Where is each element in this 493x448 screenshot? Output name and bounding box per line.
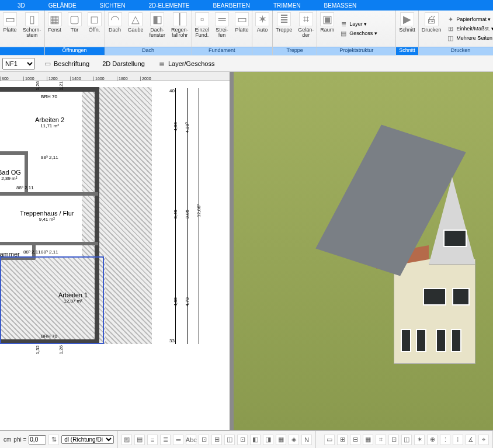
ruler-tick: 800 [0, 77, 23, 81]
tab-2d-darstellung[interactable]: 2D Darstellung [98, 58, 150, 69]
status-tool-r-3[interactable]: ▦ [363, 435, 373, 445]
status-tool-3[interactable]: ≣ [160, 435, 171, 445]
room-label: Arbeiten 211,71 m² [35, 116, 64, 129]
status-tool-13[interactable]: ◈ [289, 435, 299, 445]
tool-icon: ▢ [68, 12, 82, 26]
ribbon-treppe-button[interactable]: ≣Treppe [273, 11, 295, 47]
ribbon-einzel-fund--button[interactable]: ▫EinzelFund. [192, 11, 213, 47]
ribbon-group-label [252, 47, 272, 55]
status-tool-r-4[interactable]: ⌗ [376, 435, 386, 445]
tool-icon: ✶ [255, 12, 269, 26]
tab-layer-geschoss[interactable]: ≣Layer/Geschoss [153, 58, 219, 70]
stepper-icon[interactable]: ⇅ [48, 435, 59, 445]
ribbon-platte-button[interactable]: ▭Platte [232, 11, 252, 47]
door-dim: 88⁵ 2,11 [16, 185, 34, 190]
floorplan-canvas[interactable]: Arbeiten 211,71 m²Bad OG2,89 m²Treppenha… [0, 81, 230, 430]
phi-input[interactable] [29, 435, 46, 444]
ribbon-strei-fen-button[interactable]: ═Strei-fen [212, 11, 232, 47]
menu-trimmen[interactable]: TRIMMEN [273, 2, 301, 9]
status-tool-5[interactable]: Abc [186, 435, 196, 445]
ruler-tick: 1800 [117, 77, 140, 81]
dim-value: 3,85 [185, 210, 190, 219]
status-tool-8[interactable]: ◫ [224, 435, 235, 445]
status-tool-r-11[interactable]: ∡ [466, 435, 476, 445]
ribbon-opt-mehrere-seiten[interactable]: ◫Mehrere Seiten ▾ [444, 33, 493, 43]
status-tool-4[interactable]: ═ [173, 435, 183, 445]
status-tool-r-6[interactable]: ◫ [401, 435, 412, 445]
ribbon--ffn--button[interactable]: ◻Öffn. [85, 11, 105, 47]
status-tool-r-9[interactable]: ⋮ [440, 435, 450, 445]
status-tool-r-12[interactable]: ⌖ [478, 435, 489, 445]
ruler-tick: 1000 [23, 77, 47, 81]
menu-2d-elemente[interactable]: 2D-ELEMENTE [149, 2, 190, 9]
tool-icon: ◠ [108, 12, 122, 26]
status-tool-2[interactable]: ≡ [147, 435, 158, 445]
ribbon-opt-einheit-ma-st-[interactable]: ⊞Einheit/Maßst. ▾ [444, 24, 493, 33]
ribbon-dach-button[interactable]: ◠Dach [105, 11, 125, 47]
status-tool-r-0[interactable]: ▭ [324, 435, 335, 445]
dim-value: 1,21 [58, 81, 64, 91]
status-tool-r-1[interactable]: ⊞ [337, 435, 348, 445]
profile-select[interactable]: NF1 [2, 58, 35, 70]
status-tool-0[interactable]: ▨ [121, 435, 132, 445]
ribbon-group-label: Öffnungen [45, 47, 105, 55]
menu-3d[interactable]: 3D [18, 2, 25, 9]
tool-icon: ═ [215, 12, 229, 26]
ribbon-drucken-button[interactable]: 🖨Drucken [419, 11, 445, 47]
ribbon-dach-fenster-button[interactable]: ◧Dach-fenster [147, 11, 169, 47]
status-tool-r-5[interactable]: ⊡ [388, 435, 399, 445]
status-tool-1[interactable]: ▤ [134, 435, 145, 445]
menu-sichten[interactable]: SICHTEN [100, 2, 126, 9]
ribbon-fenst-button[interactable]: ▦Fenst [45, 11, 65, 47]
ruler-tick: 1400 [70, 77, 93, 81]
ribbon-gel-n-der-button[interactable]: ⌗Gelän-der [295, 11, 317, 47]
direction-select[interactable]: dl (Richtung/Di [61, 435, 114, 444]
status-tool-11[interactable]: ◨ [263, 435, 273, 445]
ribbon-schorn-stein-button[interactable]: ▯Schorn-stein [20, 11, 44, 47]
floorplan-view[interactable]: 800100012001400160018002000 Arbeiten 211… [0, 72, 230, 430]
ribbon-raum-button[interactable]: ▣Raum [317, 11, 337, 47]
ribbon-regen-fallrohr-button[interactable]: ⎮Regen-fallrohr [168, 11, 192, 47]
room-label: Arbeiten 112,07 m² [58, 291, 88, 304]
menu-bemassen[interactable]: BEMASSEN [324, 2, 357, 9]
tab-beschriftung[interactable]: ▭Beschriftung [39, 58, 94, 70]
ribbon-group-label: Dach [105, 47, 192, 55]
tool-icon: ▦ [48, 12, 62, 26]
opt-icon: ▤ [339, 29, 348, 37]
ribbon-opt-geschoss[interactable]: ▤Geschoss ▾ [337, 29, 395, 38]
ribbon-schnitt-button[interactable]: ▶Schnitt [396, 11, 418, 47]
status-tool-6[interactable]: ⊡ [199, 435, 209, 445]
ribbon-platte-button[interactable]: ▭Platte [0, 11, 20, 47]
ribbon-gaube-button[interactable]: △Gaube [125, 11, 147, 47]
house-3d-model [359, 124, 475, 370]
status-tool-10[interactable]: ◧ [250, 435, 261, 445]
work-area: 800100012001400160018002000 Arbeiten 211… [0, 72, 493, 430]
ribbon-opt-layer[interactable]: ≣Layer ▾ [337, 19, 395, 29]
ribbon-t-r-button[interactable]: ▢Tür [65, 11, 85, 47]
dim-value: 3,49 [173, 210, 178, 219]
status-tool-9[interactable]: ⊡ [237, 435, 248, 445]
status-tool-r-7[interactable]: ✶ [414, 435, 425, 445]
door-dim: 88⁵ 2,11 [41, 249, 58, 255]
menu-bearbeiten[interactable]: BEARBEITEN [213, 2, 250, 9]
status-tool-7[interactable]: ⊞ [211, 435, 222, 445]
tool-icon: 🖨 [425, 12, 439, 26]
tool-icon: ◻ [88, 12, 102, 26]
ribbon-auto-button[interactable]: ✶Auto [252, 11, 272, 47]
status-tool-r-2[interactable]: ⊟ [350, 435, 360, 445]
horizontal-ruler: 800100012001400160018002000 [0, 72, 230, 81]
status-tool-r-8[interactable]: ⊕ [427, 435, 438, 445]
status-tool-r-10[interactable]: ⁞ [453, 435, 463, 445]
status-bar: cm phi = ⇅ dl (Richtung/Di ▨▤≡≣═Abc⊡⊞◫⊡◧… [0, 430, 493, 448]
status-tool-14[interactable]: N [301, 435, 312, 445]
layers-icon: ≣ [158, 60, 166, 68]
3d-view[interactable] [234, 72, 493, 430]
status-tool-12[interactable]: ▦ [276, 435, 286, 445]
menu-gelaende[interactable]: GELÄNDE [48, 2, 77, 9]
tool-icon: ▭ [235, 12, 249, 26]
brh-label: BRH 70 [41, 94, 57, 99]
ribbon-opt-papierformat[interactable]: ✦Papierformat ▾ [444, 15, 493, 24]
ribbon-group-label: Fundament [192, 47, 252, 55]
dim-value: 1,32 [35, 345, 40, 355]
dim-value: 4,60 [173, 297, 178, 307]
